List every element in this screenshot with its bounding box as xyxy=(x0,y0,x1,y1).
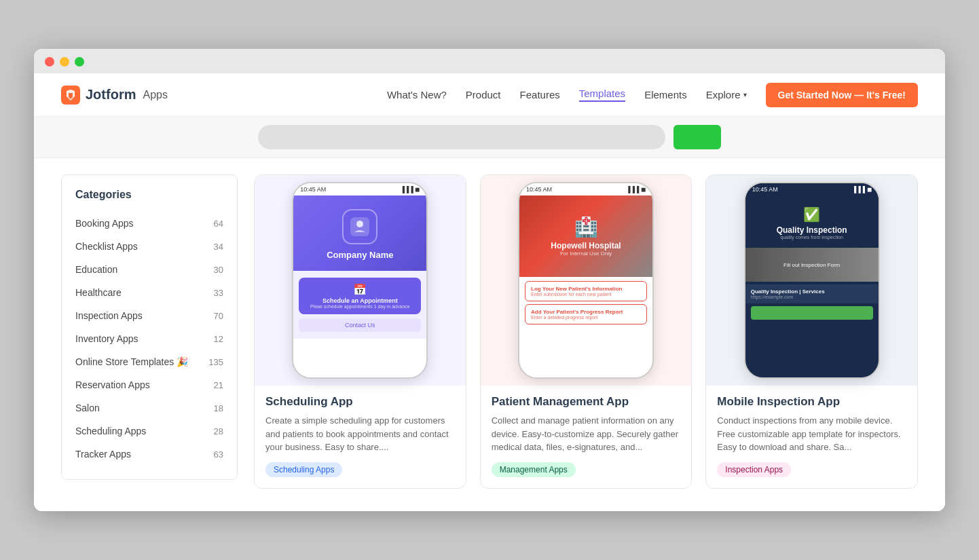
get-started-button[interactable]: Get Started Now — It's Free! xyxy=(766,83,918,107)
log-patient-button: Log Your New Patient's Information Enter… xyxy=(525,281,647,301)
sidebar-item-scheduling-apps[interactable]: Scheduling Apps 28 xyxy=(62,419,237,443)
logo-apps: Apps xyxy=(143,89,167,101)
close-button[interactable] xyxy=(45,57,54,67)
nav-templates[interactable]: Templates xyxy=(579,88,625,102)
sidebar-item-online-store-templates[interactable]: Online Store Templates 🎉 135 xyxy=(62,350,237,373)
sidebar-item-tracker-apps[interactable]: Tracker Apps 63 xyxy=(62,443,237,466)
card-content-patient: Patient Management App Collect and manag… xyxy=(481,386,692,488)
categories-title: Categories xyxy=(62,189,237,212)
nav-elements[interactable]: Elements xyxy=(644,89,687,100)
browser-chrome xyxy=(34,49,945,73)
sidebar-item-salon[interactable]: Salon 18 xyxy=(62,396,237,419)
sidebar-item-inspection-apps[interactable]: Inspection Apps 70 xyxy=(62,304,237,327)
browser-window: Jotform Apps What's New? Product Feature… xyxy=(34,49,945,511)
card-content-scheduling: Scheduling App Create a simple schedulin… xyxy=(255,386,466,488)
scheduling-app-card[interactable]: 10:45 AM ▐▐▐ ◼ Company Na xyxy=(254,174,466,489)
card-tag-inspection[interactable]: Inspection Apps xyxy=(717,462,791,477)
logo-text: Jotform xyxy=(86,87,136,102)
mobile-inspection-app-card[interactable]: 10:45 AM ▐▐▐ ◼ ✅ Quality Inspection qual… xyxy=(705,174,918,489)
nav-product[interactable]: Product xyxy=(466,89,501,100)
sidebar-item-booking-apps[interactable]: Booking Apps 64 xyxy=(62,212,237,235)
hero-section xyxy=(34,117,945,158)
jotform-logo-icon xyxy=(61,86,80,105)
nav-links: What's New? Product Features Templates E… xyxy=(387,83,918,107)
card-content-inspection: Mobile Inspection App Conduct inspection… xyxy=(706,386,917,488)
navbar: Jotform Apps What's New? Product Feature… xyxy=(34,73,945,117)
patient-management-app-card[interactable]: 10:45 AM ▐▐▐ ◼ 🏥 Hopewell Hospital For I… xyxy=(480,174,692,489)
search-button[interactable] xyxy=(673,125,721,149)
main-content: Categories Booking Apps 64 Checklist App… xyxy=(34,158,945,511)
nav-explore[interactable]: Explore ▾ xyxy=(706,89,747,100)
chevron-down-icon: ▾ xyxy=(743,91,747,98)
appointment-icon: 📅 xyxy=(353,283,367,296)
categories-sidebar: Categories Booking Apps 64 Checklist App… xyxy=(61,174,238,480)
nav-features[interactable]: Features xyxy=(520,89,560,100)
sidebar-item-education[interactable]: Education 30 xyxy=(62,258,237,281)
progress-report-button: Add Your Patient's Progress Report Enter… xyxy=(525,304,647,324)
card-title-patient: Patient Management App xyxy=(492,395,681,409)
traffic-lights xyxy=(45,57,934,67)
cards-area: 10:45 AM ▐▐▐ ◼ Company Na xyxy=(254,174,918,495)
card-desc-inspection: Conduct inspections from any mobile devi… xyxy=(717,414,906,454)
phone-mockup-patient: 10:45 AM ▐▐▐ ◼ 🏥 Hopewell Hospital For I… xyxy=(518,182,654,379)
svg-point-2 xyxy=(356,221,363,227)
phone-mockup-inspection: 10:45 AM ▐▐▐ ◼ ✅ Quality Inspection qual… xyxy=(744,182,880,379)
card-title-inspection: Mobile Inspection App xyxy=(717,395,906,409)
card-desc-scheduling: Create a simple scheduling app for custo… xyxy=(265,414,455,454)
sidebar-item-checklist-apps[interactable]: Checklist Apps 34 xyxy=(62,235,237,258)
card-tag-scheduling[interactable]: Scheduling Apps xyxy=(265,462,342,477)
inspection-check-icon: ✅ xyxy=(803,206,820,223)
phone-mockup-scheduling: 10:45 AM ▐▐▐ ◼ Company Na xyxy=(292,182,428,379)
card-tag-patient[interactable]: Management Apps xyxy=(492,462,576,477)
hospital-icon: 🏥 xyxy=(574,216,598,238)
sidebar-item-reservation-apps[interactable]: Reservation Apps 21 xyxy=(62,373,237,396)
nav-whats-new[interactable]: What's New? xyxy=(387,89,447,100)
card-desc-patient: Collect and manage patient information o… xyxy=(492,414,681,454)
card-title-scheduling: Scheduling App xyxy=(265,395,455,409)
maximize-button[interactable] xyxy=(75,57,84,67)
logo-area[interactable]: Jotform Apps xyxy=(61,86,168,105)
sidebar-item-inventory-apps[interactable]: Inventory Apps 12 xyxy=(62,327,237,350)
inspection-cta-button xyxy=(751,306,873,320)
sidebar-item-healthcare[interactable]: Healthcare 33 xyxy=(62,281,237,304)
company-logo-icon xyxy=(342,209,377,244)
search-bar[interactable] xyxy=(258,125,665,149)
minimize-button[interactable] xyxy=(60,57,69,67)
